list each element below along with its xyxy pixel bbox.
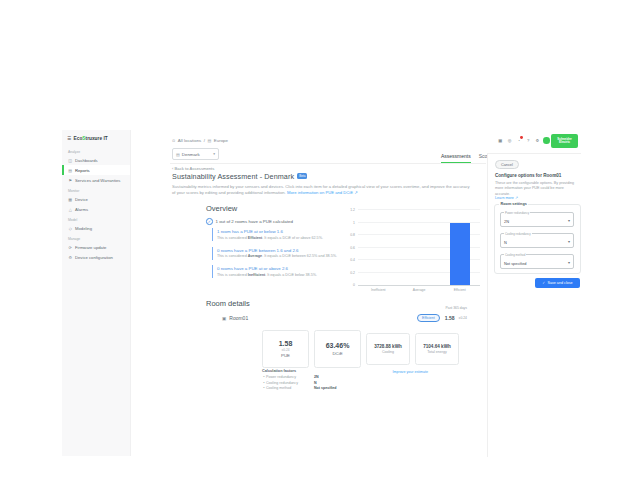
more-information-label: More information on PUE and DCiE [287,190,353,195]
metric-uncertainty: ±0.24 [282,348,290,352]
y-tick-label: 0.8 [350,233,355,237]
chevron-down-icon: ▾ [568,260,570,265]
brand-line2: Electric [559,141,570,144]
sidebar-item-label: Modeling [75,226,92,231]
sidebar-item-device-configuration[interactable]: ⚙ Device configuration [62,252,130,262]
location-select-value: Denmark [182,152,200,157]
breadcrumb-region[interactable]: Europe [214,138,228,143]
location-pin-icon: ⊙ [172,138,175,143]
sidebar-item-alarms[interactable]: △ Alarms [62,204,130,214]
settings-icon[interactable]: ⚙ [534,137,541,144]
field-value: Not specified [504,261,527,266]
field-label: Cooling redundancy [504,232,532,236]
dashboards-icon: ◫ [68,158,73,163]
room-pue-value: 1.58 [445,315,455,321]
notifications-icon[interactable]: ◔ [516,137,523,144]
notification-badge [520,136,523,139]
field-value: N [504,240,507,245]
device-configuration-icon: ⚙ [68,255,73,260]
chart-yticks: 00.20.40.60.811.2 [344,210,355,285]
cooling-method-select[interactable]: Cooling method Not specified ▾ [500,254,574,269]
y-tick-label: 0 [353,283,355,287]
app-logo-text: EcoStruxure IT [74,136,108,141]
help-icon[interactable]: ? [525,137,532,144]
x-axis-label: Inefficient [358,288,399,292]
improve-estimate-link[interactable]: Improve your estimate [380,370,428,374]
overview-heading: Overview [206,204,237,213]
y-tick-label: 0.2 [350,271,355,275]
tabs-divider [170,163,486,164]
breadcrumb-all-locations[interactable]: All locations [178,138,201,143]
globe-icon[interactable]: ◎ [506,137,513,144]
firmware-update-icon: ⟳ [68,245,73,250]
chart-bar[interactable] [450,223,470,286]
x-axis-label: Average [399,288,440,292]
room-row[interactable]: ▣ Room01 Efficient 1.58 ±0.24 [222,314,467,322]
sidebar-item-label: Dashboards [75,158,98,163]
title-row: Sustainability Assessment - Denmark Beta [172,172,307,181]
sidebar-item-label: Alarms [75,207,88,212]
back-chevron-icon: ‹ [172,166,173,171]
sidebar-item-device[interactable]: ▦ Device [62,194,130,204]
learn-more-label: Learn more [495,196,514,200]
power-redundancy-select[interactable]: Power redundancy 2N ▾ [500,212,574,227]
chevron-down-icon: ▾ [213,152,215,156]
drawer-heading: Configure options for Room01 [495,173,561,178]
sidebar-group-model: Model [68,218,130,222]
overview-item-average[interactable]: 0 rooms have a PUE between 1.6 and 2.6 T… [212,247,354,260]
overview-item-detail: This is considered Efficient. It equals … [217,236,354,240]
bars-row [358,210,480,285]
external-link-icon: ↗ [515,196,518,200]
overview-item-detail: This is considered Inefficient. It equal… [217,273,354,277]
calc-row-cooling-method: •Cooling methodNot specified [262,386,337,390]
field-label: Cooling method [504,253,526,257]
calculation-factors: Calculation factors •Power redundancy2N … [262,369,337,390]
pue-card: 1.58 ±0.24 PUE [262,330,309,368]
learn-more-link[interactable]: Learn more ↗ [495,196,518,200]
sidebar-item-label: Device [75,197,88,202]
breadcrumb-separator: / [204,138,205,143]
alarms-icon: △ [68,207,73,212]
overview-item-efficient[interactable]: 1 room has a PUE at or below 1.6 This is… [212,228,354,241]
sidebar-item-dashboards[interactable]: ◫ Dashboards [62,155,130,165]
sidebar-item-modeling[interactable]: ◇ Modeling [62,223,130,233]
location-select[interactable]: ▤ Denmark ▾ [172,148,219,160]
shield-check-icon: ✓ [206,218,213,225]
sidebar-item-services-warranties[interactable]: ⚑ Services and Warranties [62,175,130,185]
avatar[interactable] [543,137,550,144]
breadcrumb: ⊙ All locations / ▤ Europe [172,138,228,143]
page-title: Sustainability Assessment - Denmark [172,172,294,181]
tab-assessments[interactable]: Assessments [441,153,471,163]
sidebar-group-analyze: Analyze [68,150,130,154]
period-label: Past 365 days [400,306,467,310]
back-to-assessments-link[interactable]: ‹ Back to Assessments [172,166,214,171]
sidebar-item-label: Reports [75,168,90,173]
cooling-redundancy-select[interactable]: Cooling redundancy N ▾ [500,233,574,248]
metric-value: 1.58 [279,340,293,347]
hamburger-menu-icon[interactable]: ☰ [67,136,71,141]
device-icon: ▦ [68,197,73,202]
overview-item-title: 0 rooms have a PUE between 1.6 and 2.6 [217,248,354,253]
chevron-down-icon: ▾ [568,218,570,223]
sidebar-item-reports[interactable]: ▤ Reports [62,165,130,175]
external-link-icon: ↗ [354,190,358,195]
cancel-button[interactable]: Cancel [495,160,519,169]
grid-icon[interactable]: ▦ [497,137,504,144]
overview-item-inefficient[interactable]: 0 rooms have a PUE at or above 2.6 This … [212,265,354,278]
metric-value: 7104.64 kWh [423,344,451,349]
more-information-link[interactable]: More information on PUE and DCiE ↗ [287,190,358,195]
sidebar-item-firmware-update[interactable]: ⟳ Firmware update [62,242,130,252]
bar-column [399,210,440,285]
bar-column [439,210,480,285]
building-icon: ▤ [176,152,180,157]
x-axis-label: Efficient [439,288,480,292]
sidebar-group-monitor: Monitor [68,189,130,193]
field-value: 2N [504,219,509,224]
metric-value: 63.46% [326,342,350,349]
check-icon: ✓ [542,281,545,285]
drawer-description: These are the configurable options. By p… [495,181,577,197]
room-name: Room01 [229,315,248,321]
save-and-close-button[interactable]: ✓Save and close [535,278,580,288]
overview-summary: ✓ 1 out of 2 rooms have a PUE calculated [206,218,293,225]
services-icon: ⚑ [68,178,73,183]
